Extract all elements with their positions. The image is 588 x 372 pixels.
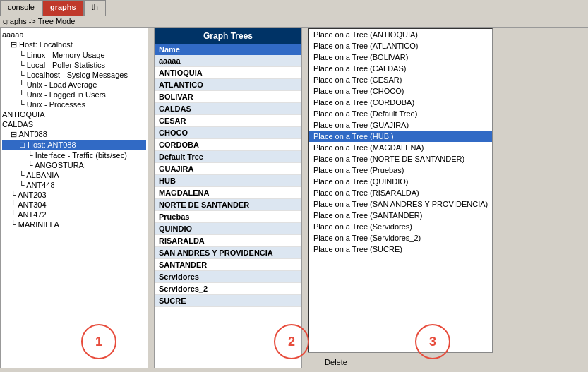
- right-list-item[interactable]: Place on a Tree (Default Tree): [309, 108, 492, 119]
- tree-item[interactable]: └ ANT304: [2, 200, 146, 210]
- col-header: Name: [155, 44, 301, 55]
- left-panel: aaaaa⊟ Host: Localhost└ Linux - Memory U…: [0, 28, 148, 368]
- graph-trees-title: Graph Trees: [155, 28, 301, 44]
- right-list-item[interactable]: Place on a Tree (CORDOBA): [309, 97, 492, 108]
- tree-item[interactable]: └ Linux - Memory Usage: [2, 50, 146, 60]
- tree-item[interactable]: └ Localhost - Syslog Messages: [2, 70, 146, 80]
- graph-tree-item[interactable]: BOLIVAR: [155, 91, 301, 103]
- graph-tree-item[interactable]: NORTE DE SANTANDER: [155, 199, 301, 211]
- right-list-item[interactable]: Place on a Tree (SUCRE): [309, 244, 492, 255]
- graph-tree-item[interactable]: Servidores: [155, 271, 301, 283]
- graph-tree-item[interactable]: SAN ANDRES Y PROVIDENCIA: [155, 247, 301, 259]
- center-panel: Graph Trees Name aaaaaANTIOQUIAATLANTICO…: [154, 28, 302, 368]
- right-list-item[interactable]: Place on a Tree (CHOCO): [309, 85, 492, 97]
- breadcrumb: graphs -> Tree Mode: [0, 16, 588, 28]
- graph-tree-item[interactable]: aaaaa: [155, 55, 301, 67]
- graph-tree-item[interactable]: SANTANDER: [155, 259, 301, 271]
- right-list-item[interactable]: Place on a Tree (Pruebas): [309, 164, 492, 176]
- graph-tree-item[interactable]: CORDOBA: [155, 139, 301, 151]
- graph-tree-item[interactable]: Default Tree: [155, 151, 301, 163]
- tree-item[interactable]: aaaaa: [2, 30, 146, 40]
- tree-item[interactable]: └ Unix - Logged in Users: [2, 90, 146, 100]
- right-list-item[interactable]: Place on a Tree (SANTANDER): [309, 210, 492, 221]
- tree-item[interactable]: └ Interface - Traffic (bits/sec): [2, 150, 146, 160]
- tree-item[interactable]: └ Unix - Processes: [2, 100, 146, 109]
- right-list-item[interactable]: Place on a Tree (SAN ANDRES Y PROVIDENCI…: [309, 198, 492, 210]
- tree-item[interactable]: └ ANT472: [2, 210, 146, 220]
- right-list-item[interactable]: Place on a Tree (BOLIVAR): [309, 52, 492, 63]
- graph-tree-item[interactable]: HUB: [155, 175, 301, 187]
- tree-item[interactable]: CALDAS: [2, 119, 146, 129]
- tree-item[interactable]: └ Local - Poller Statistics: [2, 60, 146, 70]
- graph-tree-item[interactable]: CESAR: [155, 115, 301, 127]
- tab-th[interactable]: th: [84, 0, 106, 16]
- right-list-item[interactable]: Place on a Tree (Servidores_2): [309, 232, 492, 244]
- tree-item[interactable]: └ ANT203: [2, 190, 146, 200]
- right-list-item[interactable]: Place on a Tree (ANTIOQUIA): [309, 29, 492, 40]
- right-list-item[interactable]: Place on a Tree (QUINDIO): [309, 176, 492, 187]
- right-list-item[interactable]: Place on a Tree (HUB ): [309, 131, 492, 142]
- main-area: aaaaa⊟ Host: Localhost└ Linux - Memory U…: [0, 28, 588, 368]
- right-list-item[interactable]: Place on a Tree (NORTE DE SANTANDER): [309, 153, 492, 164]
- tree-item[interactable]: ⊟ ANT088: [2, 129, 146, 140]
- right-list-item[interactable]: Place on a Tree (MAGDALENA): [309, 142, 492, 153]
- tree-item[interactable]: └ MARINILLA: [2, 220, 146, 229]
- graph-tree-item[interactable]: Servidores_2: [155, 283, 301, 295]
- graph-tree-item[interactable]: QUINDIO: [155, 223, 301, 235]
- tree-item[interactable]: └ ALBANIA: [2, 170, 146, 180]
- center-list: aaaaaANTIOQUIAATLANTICOBOLIVARCALDASCESA…: [155, 55, 301, 307]
- tree-item[interactable]: ⊟ Host: Localhost: [2, 40, 146, 50]
- graph-tree-item[interactable]: ATLANTICO: [155, 79, 301, 91]
- right-list-item[interactable]: Place on a Tree (Servidores): [309, 221, 492, 232]
- right-list-item[interactable]: Place on a Tree (CESAR): [309, 74, 492, 85]
- tree-item[interactable]: ⊟ Host: ANT088: [2, 140, 146, 150]
- graph-tree-item[interactable]: Pruebas: [155, 211, 301, 223]
- graph-tree-item[interactable]: MAGDALENA: [155, 187, 301, 199]
- graph-tree-item[interactable]: SUCRE: [155, 295, 301, 307]
- right-list-item[interactable]: Place on a Tree (RISARALDA): [309, 187, 492, 198]
- tab-console[interactable]: console: [0, 0, 42, 16]
- graph-tree-item[interactable]: GUAJIRA: [155, 163, 301, 175]
- right-list-item[interactable]: Place on a Tree (ATLANTICO): [309, 40, 492, 52]
- graph-tree-item[interactable]: RISARALDA: [155, 235, 301, 247]
- right-list[interactable]: Place on a Tree (ANTIOQUIA)Place on a Tr…: [308, 28, 493, 353]
- right-list-item[interactable]: Place on a Tree (CALDAS): [309, 63, 492, 74]
- content-wrapper: aaaaa⊟ Host: Localhost└ Linux - Memory U…: [0, 28, 493, 368]
- graph-tree-item[interactable]: CHOCO: [155, 127, 301, 139]
- graph-tree-item[interactable]: ANTIOQUIA: [155, 67, 301, 79]
- tree-item[interactable]: ANTIOQUIA: [2, 109, 146, 119]
- right-panel: Place on a Tree (ANTIOQUIA)Place on a Tr…: [308, 28, 493, 368]
- tab-graphs[interactable]: graphs: [42, 0, 84, 16]
- delete-button[interactable]: Delete: [308, 356, 364, 368]
- tree-item[interactable]: └ Unix - Load Average: [2, 80, 146, 90]
- tree-item[interactable]: └ ANT448: [2, 180, 146, 190]
- tree-item[interactable]: └ ANGOSTURA|: [2, 160, 146, 170]
- graph-tree-item[interactable]: CALDAS: [155, 103, 301, 115]
- tabs-bar: console graphs th: [0, 0, 588, 16]
- right-list-item[interactable]: Place on a Tree (GUAJIRA): [309, 119, 492, 131]
